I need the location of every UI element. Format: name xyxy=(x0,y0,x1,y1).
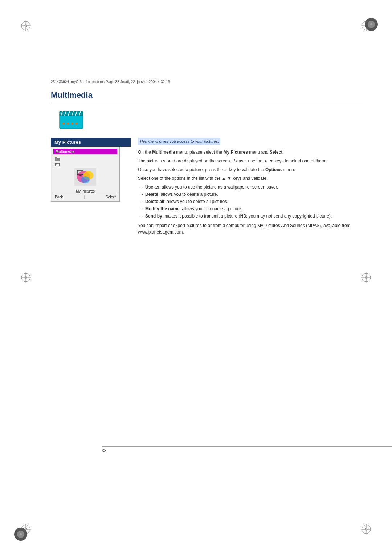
para-4: Select one of the options in the list wi… xyxy=(138,175,363,182)
phone-menu-item-1 xyxy=(55,157,116,162)
svg-rect-43 xyxy=(55,157,57,158)
svg-rect-30 xyxy=(60,114,83,129)
picture-thumbnail xyxy=(74,168,96,186)
multimedia-icon-area: ★ ★ ★ ★ xyxy=(58,109,363,131)
section-right: This menu gives you access to your pictu… xyxy=(131,138,363,238)
phone-back-btn: Back xyxy=(53,195,64,199)
section-heading: My Pictures xyxy=(51,138,131,147)
section-subtitle: This menu gives you access to your pictu… xyxy=(138,138,220,145)
phone-picture-area xyxy=(55,167,116,187)
bullet-use-as: Use as: allows you to use the picture as… xyxy=(142,184,363,190)
bullet-delete-all: Delete all: allows you to delete all pic… xyxy=(142,198,363,205)
phone-menu-bar: Multimedia xyxy=(53,149,117,154)
svg-point-46 xyxy=(56,164,57,165)
page-title: Multimedia xyxy=(51,90,363,102)
phone-picture-label: My Pictures xyxy=(53,189,117,193)
bullet-list: Use as: allows you to use the picture as… xyxy=(142,184,363,219)
svg-text:★: ★ xyxy=(75,122,78,126)
para-2: The pictures stored are displayed on the… xyxy=(138,158,363,164)
footer-paragraph: You can import or export pictures to or … xyxy=(138,222,363,235)
phone-select-btn: Select xyxy=(104,195,117,199)
svg-text:★: ★ xyxy=(70,122,74,126)
svg-point-50 xyxy=(81,176,90,183)
deco-circle-top-right xyxy=(364,17,378,31)
bullet-delete: Delete: allows you to delete a picture. xyxy=(142,191,363,198)
page-content: 251433924_myC-3b_1u_en.book Page 38 Jeud… xyxy=(51,80,363,482)
section-container: My Pictures Multimedia xyxy=(51,138,363,238)
clapperboard-icon: ★ ★ ★ ★ xyxy=(58,109,84,130)
svg-point-26 xyxy=(370,23,372,25)
bullet-send-by: Send by: makes it possible to transmit a… xyxy=(142,213,363,219)
para-1: On the Multimedia menu, please select th… xyxy=(138,149,363,155)
phone-nav-bar: Back | Select xyxy=(53,194,117,199)
reg-mark-mid-left xyxy=(20,272,32,283)
file-info: 251433924_myC-3b_1u_en.book Page 38 Jeud… xyxy=(51,80,363,84)
para-3: Once you have selected a picture, press … xyxy=(138,166,363,173)
folder-icon-1 xyxy=(55,157,60,161)
deco-circle-bottom-left xyxy=(14,527,28,541)
reg-mark-top-left xyxy=(20,20,32,32)
bullet-modify-name: Modify the name: allows you to rename a … xyxy=(142,206,363,212)
svg-text:★: ★ xyxy=(66,122,69,126)
phone-menu-items xyxy=(53,156,117,188)
svg-rect-42 xyxy=(55,158,60,161)
svg-point-29 xyxy=(20,533,22,535)
folder-icon-2 xyxy=(55,162,60,166)
phone-mockup: Multimedia xyxy=(51,147,120,202)
reg-mark-bottom-right xyxy=(360,523,372,535)
phone-menu-item-2 xyxy=(55,162,116,167)
section-left: My Pictures Multimedia xyxy=(51,138,131,238)
svg-text:★: ★ xyxy=(62,122,65,126)
page-number: 38 xyxy=(102,446,392,453)
